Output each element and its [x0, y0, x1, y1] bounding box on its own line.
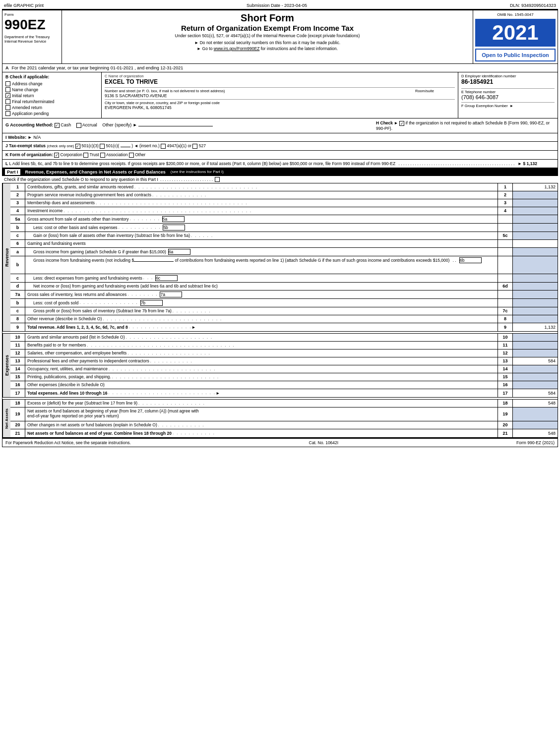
row-ref: 13 [498, 357, 513, 365]
initial-return-label: Initial return [12, 93, 34, 98]
tax-527-checkbox[interactable] [192, 144, 197, 149]
row-ref: 10 [498, 334, 513, 341]
irs-link[interactable]: www.irs.gov/Form990EZ [214, 46, 260, 51]
tax-527: 527 [192, 143, 206, 148]
table-row: 10 Grants and similar amounts paid (list… [10, 334, 558, 342]
table-row: c Less: direct expenses from gaming and … [10, 274, 558, 283]
row-num: 16 [10, 381, 25, 389]
row-desc: Less: cost of goods sold . . . . . . . .… [25, 299, 498, 307]
tax-4947-checkbox[interactable] [161, 144, 166, 149]
footer: For Paperwork Reduction Act Notice, see … [2, 438, 558, 447]
cash-checkbox[interactable]: ✓ [55, 123, 60, 128]
k-other-checkbox[interactable] [129, 153, 134, 158]
dln: DLN: 93492095014323 [510, 3, 556, 8]
other-input[interactable] [138, 120, 213, 126]
table-row: 3 Membership dues and assessments . . . … [10, 199, 558, 207]
row-num: c [10, 307, 25, 315]
row-ref: 16 [498, 381, 513, 389]
phone-row: E Telephone number (708) 646-3087 [461, 88, 555, 100]
check-amended-return: Amended return [5, 105, 98, 110]
tax-501c-label: 501(c)( [106, 143, 120, 148]
page: efile GRAPHIC print Submission Date - 20… [0, 0, 560, 449]
h-block: H Check ► ✓ if the organization is not r… [376, 120, 555, 131]
row-num: b [10, 256, 25, 274]
amended-return-label: Amended return [12, 105, 42, 110]
row-val [513, 349, 558, 357]
row-num: b [10, 299, 25, 307]
title-block: Short Form Return of Organization Exempt… [62, 10, 473, 63]
accrual-check: Accrual [76, 122, 99, 127]
k-other-label: Other [135, 152, 145, 157]
net-assets-rows: 18 Excess or (deficit) for the year (Sub… [10, 400, 558, 437]
row-ref: 19 [498, 407, 513, 421]
open-to-public: Open to Public Inspection [475, 49, 556, 61]
k-corp-checkbox[interactable]: ✓ [54, 153, 59, 158]
row-desc: Salaries, other compensation, and employ… [25, 349, 498, 357]
form-number: 990EZ [4, 18, 60, 32]
address-change-checkbox[interactable] [5, 81, 10, 86]
k-corporation: ✓ Corporation [54, 152, 83, 157]
row-ref: 2 [498, 191, 513, 199]
tax-501c3: ✓ 501(c)(3) [75, 143, 100, 148]
part1-check-dots: . . . . . . . . . . . . . . . . . . . . … [160, 177, 213, 182]
row-val [513, 199, 558, 207]
tax-501c3-checkbox[interactable]: ✓ [75, 144, 80, 149]
website-value: N/A [33, 135, 41, 140]
row-val: 1,132 [513, 183, 558, 191]
row-val [513, 215, 558, 223]
part1-check-row: Check if the organization used Schedule … [2, 176, 558, 183]
k-assoc-checkbox[interactable] [100, 153, 105, 158]
k-trust-checkbox[interactable] [83, 153, 88, 158]
table-row: 7a Gross sales of inventory, less return… [10, 291, 558, 299]
g-label: G Accounting Method: [5, 122, 53, 127]
tax-501c-checkbox[interactable] [100, 144, 105, 149]
phone-number: (708) 646-3087 [461, 94, 555, 100]
amended-return-checkbox[interactable] [5, 105, 10, 110]
row-num: 1 [10, 183, 25, 191]
row-val [513, 240, 558, 247]
row-val [513, 256, 558, 274]
initial-return-checkbox[interactable] [5, 93, 10, 98]
phone-label: E Telephone number [461, 90, 555, 94]
row-val [513, 315, 558, 323]
row-num: 13 [10, 357, 25, 365]
row-num: 18 [10, 400, 25, 407]
h-checkbox[interactable]: ✓ [399, 121, 404, 126]
row-ref [498, 274, 513, 282]
ein-block: D Employer identification number 86-1854… [458, 72, 558, 118]
form-title1: Short Form [64, 12, 471, 24]
check-app-pending: Application pending [5, 111, 98, 116]
form-label: Form [4, 12, 60, 17]
name-change-checkbox[interactable] [5, 87, 10, 92]
app-pending-checkbox[interactable] [5, 111, 10, 116]
row-val: 548 [513, 400, 558, 407]
row-num: a [10, 248, 25, 256]
tax-insert-input[interactable] [121, 147, 130, 147]
table-row: 17 Total expenses. Add lines 10 through … [10, 389, 558, 397]
row-val [513, 283, 558, 290]
accrual-checkbox[interactable] [76, 123, 81, 128]
net-assets-section: Net Assets 18 Excess or (deficit) for th… [2, 400, 558, 438]
part1-check-box[interactable] [215, 177, 220, 182]
row-desc: Investment income . . . . . . . . . . . … [25, 207, 498, 215]
row-ref [498, 256, 513, 274]
row-inline-box: 7a [160, 291, 182, 297]
tax-note: (check only one) [47, 144, 74, 148]
row-desc: Gross profit or (loss) from sales of inv… [25, 307, 498, 315]
efile-label: efile GRAPHIC print [4, 3, 44, 8]
row-ref: 14 [498, 365, 513, 373]
row-desc: Excess or (deficit) for the year (Subtra… [25, 400, 498, 407]
row-desc: Other changes in net assets or fund bala… [25, 421, 498, 429]
row-desc: Printing, publications, postage, and shi… [25, 373, 498, 381]
table-row: 9 Total revenue. Add lines 1, 2, 3, 4, 5… [10, 323, 558, 331]
table-row: 19 Net assets or fund balances at beginn… [10, 407, 558, 421]
table-row: 12 Salaries, other compensation, and emp… [10, 349, 558, 357]
row-ref [498, 224, 513, 232]
final-return-checkbox[interactable] [5, 99, 10, 104]
row-ref: 1 [498, 183, 513, 191]
table-row: 21 Net assets or fund balances at end of… [10, 429, 558, 437]
address-change-label: Address change [12, 81, 42, 86]
row-desc: Gross amount from sale of assets other t… [25, 215, 498, 223]
part1-label: Part I [5, 169, 20, 175]
check-final-return: Final return/terminated [5, 99, 98, 104]
